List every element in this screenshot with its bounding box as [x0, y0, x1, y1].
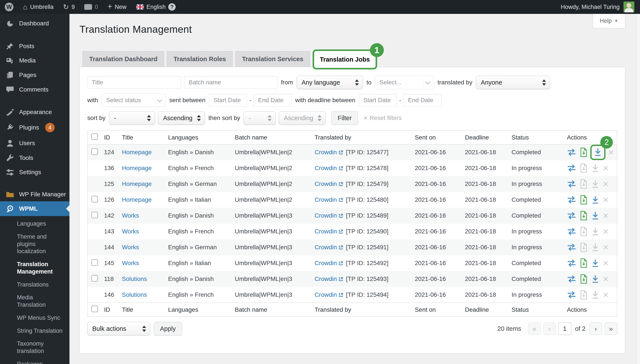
cancel-job-icon[interactable]: ×: [603, 195, 608, 204]
view-xliff-icon[interactable]: [580, 179, 588, 189]
download-translation-icon[interactable]: [591, 227, 599, 236]
download-translation-icon[interactable]: [591, 211, 599, 220]
prev-page-button[interactable]: ‹: [543, 322, 556, 335]
batch-name-filter-input[interactable]: [184, 76, 277, 89]
row-checkbox[interactable]: [91, 196, 98, 202]
reset-filters-link[interactable]: × Reset filters: [364, 114, 402, 122]
sync-translation-icon[interactable]: [567, 196, 576, 204]
row-checkbox[interactable]: [91, 212, 98, 218]
sent-start-date-input[interactable]: [209, 94, 247, 106]
to-language-select[interactable]: Select...: [375, 76, 434, 89]
wordpress-logo[interactable]: W: [0, 0, 18, 14]
translated-by-select[interactable]: Anyone: [476, 76, 550, 89]
tab-translation-jobs[interactable]: Translation Jobs 1: [312, 50, 377, 70]
cancel-job-icon[interactable]: ×: [603, 227, 608, 236]
sidebar-subitem-wp-menus-sync[interactable]: WP Menus Sync: [0, 312, 70, 324]
then-sort-by-select[interactable]: -: [244, 111, 276, 125]
then-sort-order-select[interactable]: Ascending: [279, 111, 326, 125]
language-switcher[interactable]: English ?: [131, 0, 181, 14]
download-translation-icon[interactable]: [591, 196, 599, 204]
last-page-button[interactable]: »: [605, 322, 617, 335]
view-xliff-icon[interactable]: [580, 148, 588, 157]
row-checkbox[interactable]: [91, 148, 98, 155]
comments-menu[interactable]: 0: [80, 0, 103, 14]
download-translation-icon[interactable]: [591, 164, 599, 172]
sync-translation-icon[interactable]: [567, 148, 576, 156]
job-title-link[interactable]: Works: [122, 244, 139, 250]
tab-translation-services[interactable]: Translation Services: [235, 51, 310, 67]
updates-menu[interactable]: ↻ 9: [58, 0, 80, 14]
download-translation-icon[interactable]: [591, 275, 599, 283]
sidebar-item-media[interactable]: Media: [0, 53, 70, 68]
view-xliff-icon[interactable]: [580, 163, 588, 173]
sidebar-item-pages[interactable]: Pages: [0, 68, 70, 82]
howdy-text[interactable]: Howdy, Michael Turing: [561, 4, 619, 10]
sidebar-subitem-languages[interactable]: Languages: [0, 217, 70, 230]
sidebar-subitem-translations[interactable]: Translations: [0, 278, 70, 291]
current-page-input[interactable]: 1: [559, 322, 571, 335]
download-translation-icon[interactable]: [591, 259, 599, 268]
row-checkbox[interactable]: [91, 259, 98, 266]
cancel-job-icon[interactable]: ×: [603, 179, 608, 189]
download-translation-icon[interactable]: [594, 148, 602, 156]
cancel-job-icon[interactable]: ×: [603, 242, 608, 252]
translation-service-link[interactable]: Crowdin: [314, 228, 337, 235]
sync-translation-icon[interactable]: [567, 275, 576, 283]
sync-translation-icon[interactable]: [567, 291, 576, 299]
tab-translation-roles[interactable]: Translation Roles: [167, 51, 233, 67]
cancel-job-icon[interactable]: ×: [603, 258, 608, 268]
bulk-actions-select[interactable]: Bulk actions: [87, 322, 150, 335]
site-name-menu[interactable]: ⌂ Umbrella: [18, 0, 58, 14]
sort-by-select[interactable]: -: [109, 111, 155, 125]
translation-service-link[interactable]: Crowdin: [314, 149, 337, 156]
sort-order-select[interactable]: Ascending: [158, 111, 205, 125]
sidebar-subitem-taxonomy-translation[interactable]: Taxonomy translation: [0, 337, 70, 358]
download-translation-icon[interactable]: [591, 180, 599, 188]
view-xliff-icon[interactable]: [580, 227, 588, 236]
cancel-job-icon[interactable]: ×: [608, 148, 614, 157]
user-avatar[interactable]: [623, 2, 634, 12]
sidebar-item-dashboard[interactable]: Dashboard: [0, 16, 70, 31]
sidebar-subitem-translation-management[interactable]: Translation Management: [0, 258, 70, 278]
sidebar-item-wp-file-manager[interactable]: WP File Manager: [0, 188, 70, 201]
sync-translation-icon[interactable]: [567, 244, 576, 251]
job-title-link[interactable]: Works: [122, 260, 139, 266]
sidebar-subitem-theme-and-plugins-localization[interactable]: Theme and plugins localization: [0, 230, 70, 258]
job-title-link[interactable]: Homepage: [122, 180, 152, 187]
sidebar-item-comments[interactable]: Comments: [0, 82, 70, 97]
job-title-link[interactable]: Homepage: [122, 165, 152, 171]
view-xliff-icon[interactable]: [580, 258, 588, 268]
job-title-link[interactable]: Homepage: [122, 196, 152, 203]
job-title-link[interactable]: Homepage: [122, 149, 152, 156]
status-select[interactable]: Select status: [102, 94, 166, 107]
title-filter-input[interactable]: [87, 76, 181, 89]
cancel-job-icon[interactable]: ×: [603, 211, 608, 220]
sync-translation-icon[interactable]: [567, 212, 576, 220]
cancel-job-icon[interactable]: ×: [603, 163, 608, 173]
from-language-select[interactable]: Any language: [296, 76, 363, 89]
sync-translation-icon[interactable]: [567, 259, 576, 267]
help-dropdown[interactable]: Help ▼: [593, 14, 625, 28]
translation-service-link[interactable]: Crowdin: [314, 180, 337, 187]
apply-button[interactable]: Apply: [154, 322, 182, 335]
sidebar-item-settings[interactable]: Settings: [0, 165, 70, 179]
sidebar-subitem-string-translation[interactable]: String Translation: [0, 324, 70, 338]
new-content-menu[interactable]: + New: [103, 0, 131, 14]
deadline-start-date-input[interactable]: [359, 94, 397, 106]
translation-service-link[interactable]: Crowdin: [314, 212, 337, 219]
sidebar-item-posts[interactable]: Posts: [0, 39, 70, 53]
sidebar-item-users[interactable]: Users: [0, 136, 70, 150]
job-title-link[interactable]: Solutions: [122, 276, 147, 282]
sidebar-item-plugins[interactable]: Plugins 4: [0, 119, 70, 136]
download-translation-icon[interactable]: [591, 243, 599, 252]
sync-translation-icon[interactable]: [567, 164, 576, 172]
sync-translation-icon[interactable]: [567, 228, 576, 235]
cancel-job-icon[interactable]: ×: [603, 290, 608, 300]
first-page-button[interactable]: «: [528, 322, 541, 335]
view-xliff-icon[interactable]: [580, 211, 588, 220]
translation-service-link[interactable]: Crowdin: [314, 260, 337, 266]
translation-service-link[interactable]: Crowdin: [314, 291, 337, 298]
translation-service-link[interactable]: Crowdin: [314, 276, 337, 282]
job-title-link[interactable]: Works: [122, 228, 139, 235]
cancel-job-icon[interactable]: ×: [603, 274, 608, 284]
